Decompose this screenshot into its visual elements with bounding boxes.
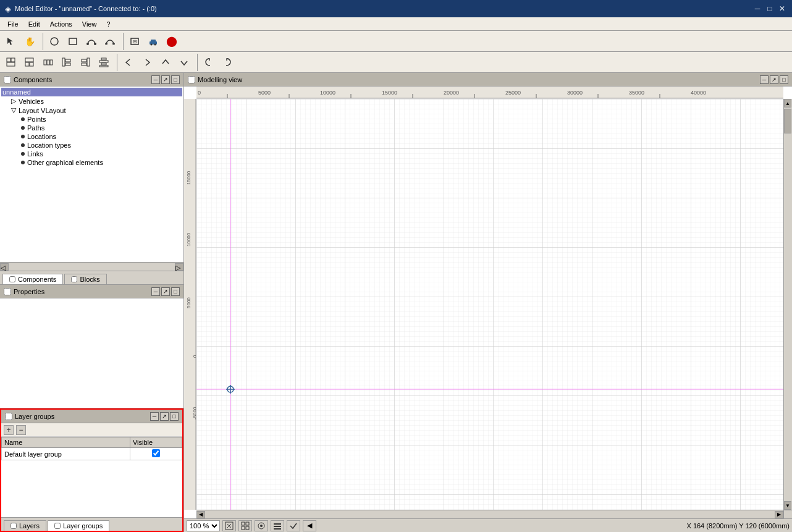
hscroll-left[interactable]: ◁ bbox=[0, 263, 9, 271]
fit-view-button[interactable] bbox=[222, 520, 236, 531]
tree-root[interactable]: unnamed bbox=[1, 88, 182, 96]
hscroll-canvas-left[interactable]: ◀ bbox=[196, 511, 205, 518]
tab-blocks[interactable]: Blocks bbox=[64, 274, 106, 284]
menu-help[interactable]: ? bbox=[101, 19, 115, 29]
properties-panel-checkbox[interactable] bbox=[4, 288, 11, 295]
add-layer-group-button[interactable]: + bbox=[4, 425, 14, 435]
modelling-maximize[interactable]: □ bbox=[780, 75, 788, 84]
tree-location-types[interactable]: Location types bbox=[1, 141, 182, 150]
canvas-svg[interactable] bbox=[196, 99, 783, 510]
tree-paths[interactable]: Paths bbox=[1, 124, 182, 132]
vscroll-down[interactable]: ▼ bbox=[784, 501, 791, 510]
menu-view[interactable]: View bbox=[77, 19, 102, 29]
modelling-minimize[interactable]: ─ bbox=[760, 75, 769, 84]
remove-layer-group-button[interactable]: − bbox=[16, 425, 26, 435]
snap-button[interactable] bbox=[255, 520, 268, 531]
components-panel-maximize[interactable]: □ bbox=[171, 75, 180, 84]
align-left[interactable] bbox=[58, 54, 75, 71]
tab-layer-groups-checkbox[interactable] bbox=[54, 523, 61, 529]
tree-vehicles[interactable]: ▷ Vehicles bbox=[1, 96, 182, 106]
rotate-cw[interactable] bbox=[219, 54, 236, 71]
components-panel-restore[interactable]: ↗ bbox=[161, 75, 170, 84]
vscroll-bar[interactable]: ▲ ▼ bbox=[783, 99, 792, 510]
modelling-checkbox[interactable] bbox=[188, 76, 195, 83]
align-center[interactable] bbox=[95, 54, 112, 71]
tool-path[interactable] bbox=[83, 33, 100, 50]
layergroups-table: Name Visible Default layer group bbox=[1, 437, 182, 517]
properties-panel-maximize[interactable]: □ bbox=[171, 287, 180, 296]
tool-vehicle[interactable] bbox=[145, 33, 162, 50]
vscroll-up[interactable]: ▲ bbox=[784, 99, 791, 108]
modelling-header-left: Modelling view bbox=[188, 76, 242, 83]
tool-pan[interactable]: ✋ bbox=[21, 33, 38, 50]
tab-layers[interactable]: Layers bbox=[4, 520, 46, 531]
tree-layout[interactable]: ▽ Layout VLayout bbox=[1, 106, 182, 115]
menu-actions[interactable]: Actions bbox=[45, 19, 77, 29]
tool-circle[interactable] bbox=[46, 33, 63, 50]
properties-panel-restore[interactable]: ↗ bbox=[161, 287, 170, 296]
tree-links[interactable]: Links bbox=[1, 150, 182, 158]
nav-down[interactable] bbox=[175, 54, 193, 71]
tab-layer-groups[interactable]: Layer groups bbox=[48, 520, 109, 531]
modelling-restore[interactable]: ↗ bbox=[770, 75, 778, 84]
tree-points-label: Points bbox=[27, 116, 46, 123]
tool-select[interactable] bbox=[2, 33, 20, 50]
tool-image[interactable]: ⊞ bbox=[126, 33, 143, 50]
properties-panel-minimize[interactable]: ─ bbox=[151, 287, 160, 296]
tab-components-checkbox[interactable] bbox=[9, 276, 15, 282]
vscroll-thumb[interactable] bbox=[784, 109, 791, 133]
tool-point[interactable]: ⬤ bbox=[163, 33, 180, 50]
distribute-h[interactable] bbox=[40, 54, 57, 71]
svg-rect-68 bbox=[246, 522, 249, 525]
menu-edit[interactable]: Edit bbox=[23, 19, 45, 29]
layergroups-panel-maximize[interactable]: □ bbox=[170, 412, 179, 421]
align-t[interactable] bbox=[21, 54, 38, 71]
layergroups-panel-minimize[interactable]: ─ bbox=[150, 412, 159, 421]
tree-points[interactable]: Points bbox=[1, 115, 182, 124]
scroll-left-status[interactable]: ◀ bbox=[303, 520, 316, 531]
svg-rect-75 bbox=[274, 528, 281, 530]
components-panel-checkbox[interactable] bbox=[4, 76, 11, 83]
properties-content bbox=[0, 298, 183, 408]
layergroups-panel-checkbox[interactable] bbox=[5, 413, 12, 420]
svg-point-11 bbox=[151, 43, 153, 45]
layer-group-name[interactable]: Default layer group bbox=[2, 448, 130, 460]
tree-hscroll[interactable]: ◁ ▷ bbox=[0, 262, 183, 271]
svg-text:0: 0 bbox=[198, 90, 201, 96]
tool-rect[interactable] bbox=[64, 33, 82, 50]
maximize-button[interactable]: □ bbox=[765, 4, 775, 14]
svg-rect-30 bbox=[101, 63, 106, 65]
canvas-wrapper[interactable]: 0 5000 10000 15000 20000 25000 30000 350… bbox=[184, 87, 792, 518]
minimize-button[interactable]: ─ bbox=[752, 4, 762, 14]
menu-file[interactable]: File bbox=[2, 19, 23, 29]
statusbar-btn5[interactable] bbox=[287, 520, 300, 531]
align-right[interactable] bbox=[77, 54, 94, 71]
canvas-content[interactable] bbox=[196, 99, 783, 510]
svg-text:-5000: -5000 bbox=[192, 407, 196, 420]
tree-other-graphical[interactable]: Other graphical elements bbox=[1, 158, 182, 167]
svg-rect-14 bbox=[11, 58, 15, 62]
hscroll-right[interactable]: ▷ bbox=[175, 263, 183, 271]
tree-other-label: Other graphical elements bbox=[27, 159, 103, 166]
components-panel-minimize[interactable]: ─ bbox=[151, 75, 160, 84]
close-button[interactable]: ✕ bbox=[777, 4, 787, 14]
hscroll-bar[interactable]: ◀ ▶ bbox=[196, 510, 783, 518]
nav-forward[interactable] bbox=[138, 54, 156, 71]
layer-group-visible-checkbox[interactable] bbox=[152, 449, 160, 457]
tree-locations[interactable]: Locations bbox=[1, 132, 182, 141]
rotate-ccw[interactable] bbox=[200, 54, 217, 71]
align-tl[interactable] bbox=[2, 54, 20, 71]
zoom-select[interactable]: 50 % 75 % 100 % 150 % 200 % bbox=[187, 520, 220, 531]
tab-components[interactable]: Components bbox=[2, 274, 63, 284]
layers-button[interactable] bbox=[271, 520, 284, 531]
svg-point-3 bbox=[86, 43, 89, 45]
tab-layers-checkbox[interactable] bbox=[11, 523, 17, 529]
layergroups-panel-restore[interactable]: ↗ bbox=[160, 412, 169, 421]
hscroll-canvas-right[interactable]: ▶ bbox=[775, 511, 783, 518]
nav-up[interactable] bbox=[157, 54, 174, 71]
nav-back[interactable] bbox=[120, 54, 137, 71]
grid-toggle-button[interactable] bbox=[238, 520, 252, 531]
tool-curve[interactable] bbox=[101, 33, 119, 50]
components-tab-bar: Components Blocks bbox=[0, 271, 183, 284]
tab-blocks-checkbox[interactable] bbox=[71, 276, 77, 282]
